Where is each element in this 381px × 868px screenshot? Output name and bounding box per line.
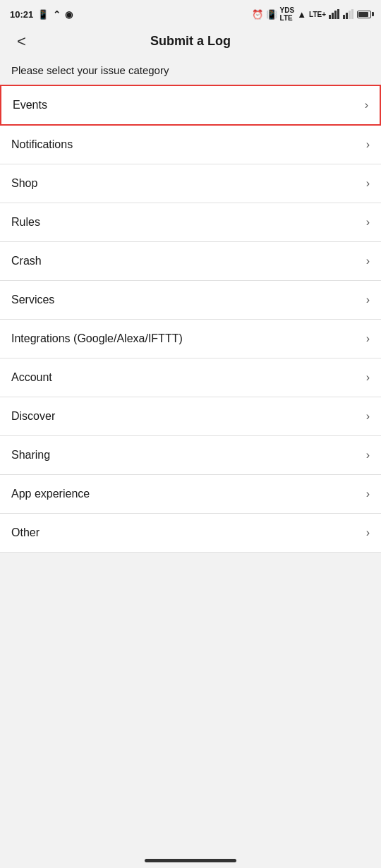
home-indicator: [0, 850, 381, 868]
subtitle-text: Please select your issue category: [0, 57, 381, 85]
status-left: 10:21 📱 ⌃ ◉: [10, 9, 73, 20]
back-button[interactable]: <: [11, 31, 32, 52]
item-label: Shop: [11, 177, 37, 190]
item-label: Sharing: [11, 449, 50, 462]
time-display: 10:21: [10, 9, 33, 20]
page-title: Submit a Log: [150, 34, 231, 49]
item-label: Events: [13, 99, 47, 111]
svg-rect-4: [343, 15, 345, 19]
signal-icon: [329, 9, 340, 19]
signal2-icon: [343, 9, 354, 19]
item-label: Notifications: [11, 138, 73, 151]
chevron-right-icon: ›: [366, 138, 370, 151]
list-item[interactable]: App experience›: [0, 475, 381, 514]
chevron-right-icon: ›: [366, 332, 370, 345]
item-label: App experience: [11, 488, 90, 500]
svg-rect-2: [334, 11, 337, 19]
svg-rect-6: [349, 11, 351, 19]
status-bar: 10:21 📱 ⌃ ◉ ⏰ 📳 YDSLTE ▲ LTE+: [0, 0, 381, 25]
chevron-right-icon: ›: [366, 526, 370, 539]
list-item[interactable]: Events›: [0, 85, 381, 126]
list-item[interactable]: Rules›: [0, 203, 381, 242]
status-right: ⏰ 📳 YDSLTE ▲ LTE+: [252, 6, 371, 22]
list-item[interactable]: Discover›: [0, 397, 381, 436]
list-item[interactable]: Sharing›: [0, 436, 381, 475]
list-item[interactable]: Notifications›: [0, 126, 381, 164]
item-label: Rules: [11, 216, 40, 229]
svg-rect-5: [346, 13, 348, 19]
phone-icon: 📱: [37, 9, 49, 20]
item-label: Discover: [11, 410, 55, 423]
wifi-icon: ▲: [297, 9, 306, 20]
list-item[interactable]: Shop›: [0, 164, 381, 203]
list-item[interactable]: Services›: [0, 281, 381, 320]
home-bar: [145, 859, 236, 862]
list-item[interactable]: Integrations (Google/Alexa/IFTTT)›: [0, 320, 381, 358]
chevron-right-icon: ›: [366, 449, 370, 462]
chevron-right-icon: ›: [366, 177, 370, 190]
lte-icon: YDSLTE: [280, 6, 295, 22]
shazam-icon: ◉: [65, 9, 73, 20]
battery-icon: [357, 11, 371, 18]
chevron-right-icon: ›: [366, 371, 370, 384]
category-list: Events›Notifications›Shop›Rules›Crash›Se…: [0, 85, 381, 553]
item-label: Services: [11, 294, 54, 306]
chevron-right-icon: ›: [366, 216, 370, 229]
svg-rect-1: [332, 13, 334, 19]
lte2-icon: LTE+: [309, 11, 326, 18]
up-icon: ⌃: [53, 9, 61, 20]
item-label: Account: [11, 371, 52, 384]
item-label: Crash: [11, 255, 42, 267]
svg-rect-0: [329, 15, 331, 19]
chevron-right-icon: ›: [365, 99, 368, 111]
item-label: Other: [11, 526, 40, 539]
list-item[interactable]: Account›: [0, 358, 381, 397]
vibrate-icon: 📳: [266, 9, 277, 20]
chevron-right-icon: ›: [366, 488, 370, 500]
list-item[interactable]: Crash›: [0, 242, 381, 281]
chevron-right-icon: ›: [366, 410, 370, 423]
chevron-right-icon: ›: [366, 294, 370, 306]
svg-rect-7: [351, 9, 353, 19]
svg-rect-3: [337, 9, 339, 19]
item-label: Integrations (Google/Alexa/IFTTT): [11, 332, 183, 345]
list-item[interactable]: Other›: [0, 514, 381, 553]
header: < Submit a Log: [0, 25, 381, 57]
alarm-icon: ⏰: [252, 9, 263, 20]
chevron-right-icon: ›: [366, 255, 370, 267]
